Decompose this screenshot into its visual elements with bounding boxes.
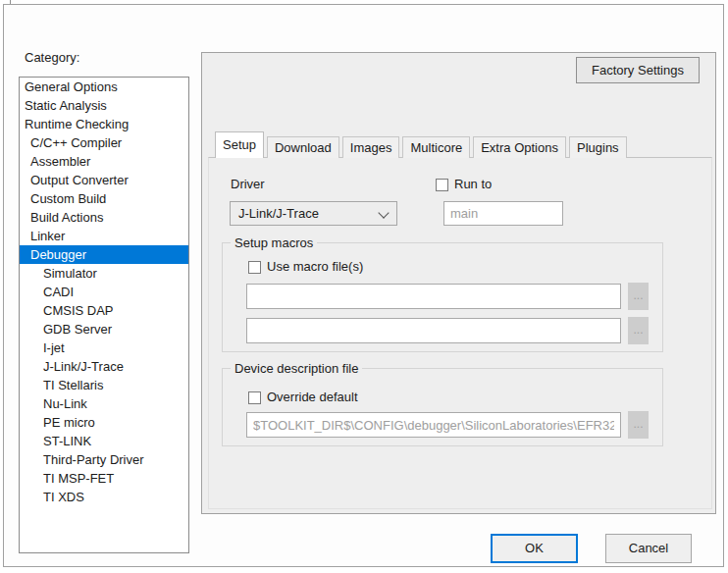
category-item-i-jet[interactable]: I-jet	[20, 339, 188, 357]
category-item-c-c-compiler[interactable]: C/C++ Compiler	[20, 133, 188, 152]
tab-extra-options[interactable]: Extra Options	[473, 136, 566, 158]
category-item-linker[interactable]: Linker	[20, 227, 188, 245]
category-label: Category:	[25, 50, 79, 65]
run-to-label: Run to	[454, 177, 492, 191]
factory-settings-button[interactable]: Factory Settings	[576, 57, 700, 83]
category-item-output-converter[interactable]: Output Converter	[20, 171, 188, 189]
category-item-build-actions[interactable]: Build Actions	[20, 208, 188, 227]
category-item-cadi[interactable]: CADI	[20, 283, 188, 301]
category-item-general-options[interactable]: General Options	[20, 78, 188, 96]
device-description-group-title: Device description file	[231, 361, 362, 376]
category-list[interactable]: General OptionsStatic AnalysisRuntime Ch…	[19, 77, 189, 553]
device-description-browse-button: ...	[628, 411, 649, 439]
ok-button[interactable]: OK	[491, 534, 578, 563]
category-item-simulator[interactable]: Simulator	[20, 264, 188, 283]
category-item-st-link[interactable]: ST-LINK	[20, 432, 188, 450]
use-macro-files-label: Use macro file(s)	[267, 259, 363, 274]
category-item-custom-build[interactable]: Custom Build	[20, 189, 188, 208]
category-item-pe-micro[interactable]: PE micro	[20, 413, 188, 432]
category-item-j-link-j-trace[interactable]: J-Link/J-Trace	[20, 357, 188, 376]
driver-select-value: J-Link/J-Trace	[238, 206, 319, 221]
category-item-runtime-checking[interactable]: Runtime Checking	[20, 115, 188, 133]
settings-panel: Factory Settings SetupDownloadImagesMult…	[201, 52, 716, 514]
macro-file-1-input[interactable]	[246, 284, 621, 309]
tab-images[interactable]: Images	[342, 136, 400, 158]
category-item-static-analysis[interactable]: Static Analysis	[20, 96, 188, 115]
category-item-assembler[interactable]: Assembler	[20, 152, 188, 171]
category-item-third-party-driver[interactable]: Third-Party Driver	[20, 450, 188, 469]
device-description-path-input[interactable]	[246, 412, 621, 438]
run-to-input[interactable]	[443, 201, 563, 226]
category-item-nu-link[interactable]: Nu-Link	[20, 394, 188, 413]
tab-download[interactable]: Download	[267, 136, 339, 158]
driver-select[interactable]: J-Link/J-Trace	[230, 201, 397, 226]
macro-file-2-input[interactable]	[246, 318, 621, 343]
driver-label: Driver	[231, 177, 265, 191]
setup-macros-group: Setup macros Use macro file(s) ... ...	[222, 242, 663, 352]
category-item-gdb-server[interactable]: GDB Server	[20, 320, 188, 339]
cancel-button[interactable]: Cancel	[605, 534, 692, 563]
macro-file-2-browse-button: ...	[628, 317, 649, 344]
macro-file-1-browse-button: ...	[628, 283, 649, 310]
tab-multicore[interactable]: Multicore	[402, 136, 470, 158]
category-item-cmsis-dap[interactable]: CMSIS DAP	[20, 301, 188, 320]
setup-macros-group-title: Setup macros	[231, 235, 317, 250]
category-item-ti-xds[interactable]: TI XDS	[20, 488, 188, 506]
device-description-group: Device description file Override default…	[222, 368, 663, 446]
run-to-checkbox[interactable]	[436, 179, 448, 191]
tab-plugins[interactable]: Plugins	[569, 136, 627, 158]
category-item-debugger[interactable]: Debugger	[20, 245, 188, 264]
category-item-ti-msp-fet[interactable]: TI MSP-FET	[20, 469, 188, 488]
override-default-checkbox[interactable]	[248, 391, 261, 404]
tab-setup[interactable]: Setup	[215, 131, 264, 158]
use-macro-files-checkbox[interactable]	[248, 261, 261, 274]
chevron-down-icon	[378, 207, 389, 218]
override-default-label: Override default	[267, 390, 358, 404]
options-dialog: Category: General OptionsStatic Analysis…	[3, 4, 724, 567]
tab-strip: SetupDownloadImagesMulticoreExtra Option…	[215, 131, 630, 158]
category-item-ti-stellaris[interactable]: TI Stellaris	[20, 376, 188, 394]
